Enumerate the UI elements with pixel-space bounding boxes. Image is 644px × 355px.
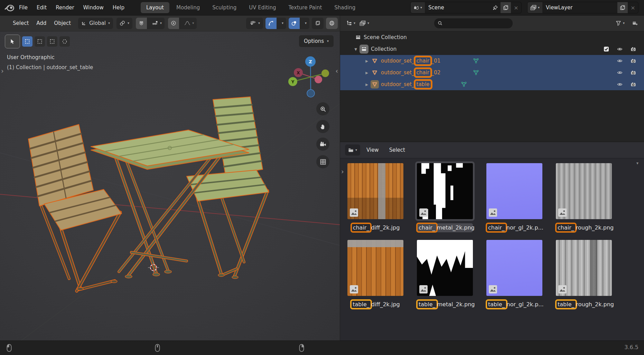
view-layer-selector[interactable]: ▾ ViewLayer × [527,2,638,13]
file-thumbnail[interactable] [417,163,473,219]
disclosure-closed-icon[interactable]: ▶ [363,59,371,63]
region-collapse-icon[interactable]: ▾ [636,161,638,166]
outliner-row-object[interactable]: ▶ outdoor_set_chair_02 [340,67,644,78]
tab-texture-paint[interactable]: Texture Paint [283,2,327,13]
menu-file[interactable]: File [15,4,32,11]
outliner-search-input[interactable] [445,20,509,26]
file-card[interactable]: table_nor_gl_2k.p... [486,240,542,309]
file-thumbnail[interactable] [486,240,542,296]
snap-settings-dropdown[interactable]: ▾ [149,18,165,29]
perspective-toggle-button[interactable] [316,155,329,168]
toolbar-expand-arrow[interactable]: › [1,67,4,75]
tab-sculpting[interactable]: Sculpting [207,2,242,13]
outliner-row-object[interactable]: ▶ outdoor_set_chair_01 [340,55,644,67]
disable-render-camera-icon[interactable] [631,46,636,52]
gizmo-neg-x-axis[interactable] [315,76,322,83]
new-collection-button[interactable] [630,20,640,26]
menu-select[interactable]: Select [9,20,32,26]
view-layer-browse-button[interactable]: ▾ [528,2,542,13]
transform-orientation-dropdown[interactable]: Global ▾ [78,18,113,29]
file-card[interactable]: chair_diff_2k.jpg [347,163,403,232]
scene-name[interactable]: Scene [425,4,490,11]
pivot-point-dropdown[interactable]: ▾ [116,18,132,29]
outliner-row-collection[interactable]: ▼ Collection [340,43,644,55]
select-tool-button[interactable] [5,35,20,48]
select-extend-mode-button[interactable] [35,36,45,47]
menu-view[interactable]: View [362,147,383,153]
sidebar-expand-arrow[interactable]: ‹ [335,67,338,75]
select-subtract-mode-button[interactable] [47,36,57,47]
viewport-3d[interactable]: Select Add Object Global ▾ ▾ ▾ [0,15,340,341]
scene-new-button[interactable] [501,2,511,13]
snap-toggle[interactable] [136,18,147,29]
falloff-dropdown[interactable]: ▾ [181,18,197,29]
file-thumbnail[interactable] [556,240,612,296]
display-mode-dropdown[interactable]: ▾ [357,20,371,26]
disclosure-closed-icon[interactable]: ▶ [363,71,371,75]
scene-selector[interactable]: ▾ Scene × [410,2,522,13]
tab-shading[interactable]: Shading [329,2,361,13]
file-thumbnail[interactable] [347,163,403,219]
proportional-edit-toggle[interactable] [168,18,179,29]
gizmo-settings-dropdown[interactable]: ▾ [279,18,286,29]
disable-render-camera-icon[interactable] [631,82,636,87]
view-layer-new-button[interactable] [617,2,628,13]
exclude-checkbox[interactable] [604,46,609,52]
filter-dropdown[interactable]: ▾ [614,20,627,26]
disclosure-closed-icon[interactable]: ▶ [363,83,371,86]
options-button[interactable]: Options ▾ [299,35,334,47]
select-box-mode-button[interactable] [22,36,32,47]
hide-eye-icon[interactable] [617,82,623,87]
object-visibility-dropdown[interactable]: ▾ [246,18,263,29]
view-layer-name[interactable]: ViewLayer [542,4,617,11]
display-settings-dropdown[interactable]: ▾ [345,144,360,156]
file-card[interactable]: chair_nor_gl_2k.p... [486,163,542,232]
hide-eye-icon[interactable] [617,58,623,64]
disclosure-open-icon[interactable]: ▼ [352,47,360,51]
disable-render-camera-icon[interactable] [631,58,636,64]
xray-toggle[interactable] [312,18,324,29]
file-card[interactable]: table_rough_2k.png [556,240,612,309]
zoom-button[interactable] [316,102,329,115]
pan-button[interactable] [316,120,329,133]
menu-select[interactable]: Select [385,147,409,153]
overlays-settings-dropdown[interactable]: ▾ [302,18,309,29]
scene-unlink-button[interactable]: × [511,2,521,13]
navigation-gizmo[interactable]: Z X Y [288,53,333,97]
select-circle-mode-button[interactable] [59,36,70,47]
hide-eye-icon[interactable] [617,46,623,52]
editor-type-dropdown[interactable]: ▾ [344,20,357,26]
show-gizmo-toggle[interactable] [265,18,277,29]
file-thumbnail[interactable] [417,240,473,296]
file-thumbnail[interactable] [347,240,403,296]
source-list-expand-arrow[interactable]: › [341,168,344,175]
menu-help[interactable]: Help [108,4,129,11]
outliner-row-scene-collection[interactable]: Scene Collection [340,31,644,43]
menu-edit[interactable]: Edit [32,4,51,11]
file-card-selected[interactable]: chair_metal_2k.png [417,163,473,232]
outliner-search[interactable] [434,18,513,28]
outliner-row-object-active[interactable]: ▶ outdoor_set_table [340,78,644,90]
camera-view-button[interactable] [316,138,329,151]
render-preview-toggle[interactable] [326,18,338,29]
gizmo-neg-y-axis[interactable] [321,69,329,77]
scene-pin-button[interactable] [490,2,501,13]
menu-add[interactable]: Add [32,20,50,26]
gizmo-neg-z-axis[interactable] [307,90,315,97]
file-card[interactable]: table_metal_2k.png [417,240,473,309]
tab-layout[interactable]: Layout [141,2,169,13]
hide-eye-icon[interactable] [617,70,623,75]
file-thumbnail[interactable] [556,163,612,219]
disable-render-camera-icon[interactable] [631,70,636,75]
menu-window[interactable]: Window [79,4,108,11]
file-thumbnail[interactable] [486,163,542,219]
show-overlays-toggle[interactable] [289,18,300,29]
file-card[interactable]: chair_rough_2k.png [556,163,612,232]
menu-object[interactable]: Object [50,20,75,26]
menu-render[interactable]: Render [51,4,78,11]
tab-modeling[interactable]: Modeling [171,2,205,13]
scene-browse-button[interactable]: ▾ [411,2,425,13]
tab-uv-editing[interactable]: UV Editing [243,2,281,13]
file-card[interactable]: table_diff_2k.jpg [347,240,403,309]
view-layer-remove-button[interactable]: × [628,2,638,13]
